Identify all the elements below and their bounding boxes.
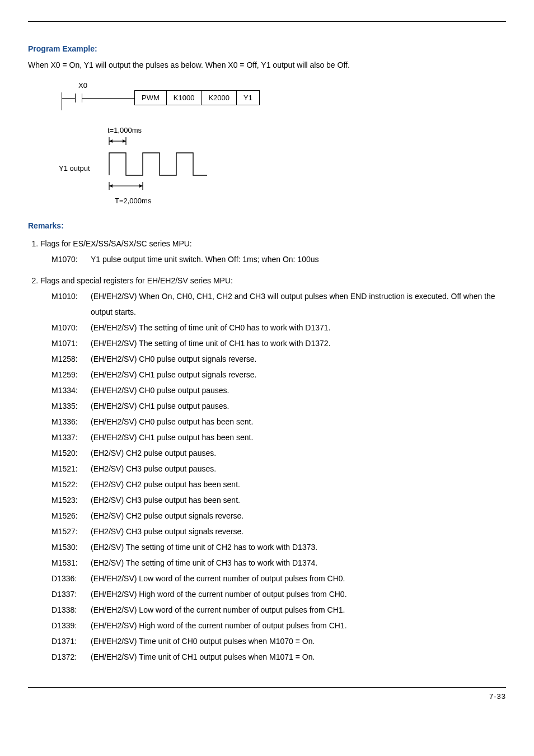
flag-text: (EH2/SV) CH2 pulse output pauses.: [91, 445, 506, 461]
flag-id: M1522:: [51, 477, 91, 492]
flag-text: (EH/EH2/SV) CH1 pulse output pauses.: [91, 398, 506, 414]
remark-item-1: Flags for ES/EX/SS/SA/SX/SC series MPU: …: [40, 236, 506, 267]
remark-item-2-intro: Flags and special registers for EH/EH2/S…: [40, 276, 233, 285]
flag-id: M1259:: [51, 367, 91, 382]
flag-text: (EH2/SV) CH3 pulse output signals revers…: [91, 524, 506, 539]
flag-row: M1531:(EH2/SV) The setting of time unit …: [51, 555, 506, 571]
flag-id: M1070:: [51, 320, 91, 335]
flag-text: (EH2/SV) CH3 pulse output has been sent.: [91, 492, 506, 508]
svg-marker-8: [109, 184, 113, 188]
flag-text: (EH/EH2/SV) Time unit of CH1 output puls…: [91, 649, 506, 665]
flag-id: M1071:: [51, 335, 91, 351]
remark-item-2: Flags and special registers for EH/EH2/S…: [40, 273, 506, 665]
flag-id: M1531:: [51, 555, 91, 571]
svg-marker-3: [109, 139, 113, 143]
flag-id: M1521:: [51, 461, 91, 477]
flag-id: D1338:: [51, 602, 91, 618]
flag-text: (EH/EH2/SV) Low word of the current numb…: [91, 602, 506, 618]
flag-id: D1336:: [51, 571, 91, 586]
flag-text: (EH2/SV) CH2 pulse output has been sent.: [91, 477, 506, 492]
flag-id: D1372:: [51, 649, 91, 665]
flag-id: D1371:: [51, 633, 91, 649]
flag-text: (EH/EH2/SV) The setting of time unit of …: [91, 335, 506, 351]
timing-diagram: t=1,000ms Y1 output T=2,000ms: [62, 126, 506, 210]
flag-text: (EH/EH2/SV) Low word of the current numb…: [91, 571, 506, 586]
flag-row: M1526:(EH2/SV) CH2 pulse output signals …: [51, 508, 506, 524]
svg-marker-9: [139, 184, 143, 188]
flag-text: Y1 pulse output time unit switch. When O…: [91, 251, 506, 267]
flag-row: M1336:(EH/EH2/SV) CH0 pulse output has b…: [51, 414, 506, 430]
flag-text: (EH2/SV) The setting of time unit of CH3…: [91, 555, 506, 571]
flag-row: M1335:(EH/EH2/SV) CH1 pulse output pause…: [51, 398, 506, 414]
flag-id: M1010:: [51, 288, 91, 320]
flag-text: (EH2/SV) The setting of time unit of CH2…: [91, 539, 506, 555]
flag-row: M1259:(EH/EH2/SV) CH1 pulse output signa…: [51, 367, 506, 382]
flag-row: M1337:(EH/EH2/SV) CH1 pulse output has b…: [51, 430, 506, 445]
intro-text: When X0 = On, Y1 will output the pulses …: [28, 59, 506, 71]
example-heading: Program Example:: [28, 44, 506, 53]
remarks-list: Flags for ES/EX/SS/SA/SX/SC series MPU: …: [28, 236, 506, 665]
page-number: 7-33: [28, 692, 506, 701]
timing-waveform: [104, 136, 249, 199]
flag-row: M1071:(EH/EH2/SV) The setting of time un…: [51, 335, 506, 351]
flag-text: (EH/EH2/SV) High word of the current num…: [91, 586, 506, 602]
flag-row: M1522:(EH2/SV) CH2 pulse output has been…: [51, 477, 506, 492]
flag-id: M1334:: [51, 382, 91, 398]
ladder-wire: [82, 98, 134, 99]
flag-row: D1371:(EH/EH2/SV) Time unit of CH0 outpu…: [51, 633, 506, 649]
contact-left: [75, 94, 76, 102]
flag-text: (EH2/SV) CH3 pulse output pauses.: [91, 461, 506, 477]
flag-row: D1337:(EH/EH2/SV) High word of the curre…: [51, 586, 506, 602]
top-rule: [28, 21, 506, 22]
flag-row: M1527:(EH2/SV) CH3 pulse output signals …: [51, 524, 506, 539]
flag-row: M1334:(EH/EH2/SV) CH0 pulse output pause…: [51, 382, 506, 398]
flag-id: M1337:: [51, 430, 91, 445]
flag-text: (EH2/SV) CH2 pulse output signals revers…: [91, 508, 506, 524]
instruction-box: PWM K1000 K2000 Y1: [134, 90, 260, 105]
flag-text: (EH/EH2/SV) Time unit of CH0 output puls…: [91, 633, 506, 649]
instr-cell: K2000: [202, 91, 237, 105]
flag-text: (EH/EH2/SV) The setting of time unit of …: [91, 320, 506, 335]
flag-row: M1070:Y1 pulse output time unit switch. …: [51, 251, 506, 267]
flag-row: D1338:(EH/EH2/SV) Low word of the curren…: [51, 602, 506, 618]
flag-id: M1526:: [51, 508, 91, 524]
flag-text: (EH/EH2/SV) CH0 pulse output has been se…: [91, 414, 506, 430]
flag-row: M1520:(EH2/SV) CH2 pulse output pauses.: [51, 445, 506, 461]
flag-row: M1070:(EH/EH2/SV) The setting of time un…: [51, 320, 506, 335]
instr-cell: K1000: [166, 91, 202, 105]
flag-text: (EH/EH2/SV) CH0 pulse output pauses.: [91, 382, 506, 398]
flag-text: (EH/EH2/SV) CH1 pulse output has been se…: [91, 430, 506, 445]
timing-label-y1: Y1 output: [59, 164, 90, 172]
instr-cell: PWM: [135, 91, 167, 105]
ladder-diagram: X0 PWM K1000 K2000 Y1: [50, 81, 506, 120]
flag-id: M1258:: [51, 351, 91, 367]
ladder-rail: [62, 92, 62, 110]
flag-text: (EH/EH2/SV) When On, CH0, CH1, CH2 and C…: [91, 288, 506, 320]
flag-id: D1337:: [51, 586, 91, 602]
ladder-wire: [62, 98, 75, 99]
flag-text: (EH/EH2/SV) CH1 pulse output signals rev…: [91, 367, 506, 382]
bottom-rule: [28, 687, 506, 688]
remark-item-1-intro: Flags for ES/EX/SS/SA/SX/SC series MPU:: [40, 239, 192, 248]
flag-text: (EH/EH2/SV) High word of the current num…: [91, 618, 506, 633]
flag-id: M1070:: [51, 251, 91, 267]
flag-id: M1520:: [51, 445, 91, 461]
flag-text: (EH/EH2/SV) CH0 pulse output signals rev…: [91, 351, 506, 367]
flag-row: M1521:(EH2/SV) CH3 pulse output pauses.: [51, 461, 506, 477]
flag-id: M1530:: [51, 539, 91, 555]
flag-id: M1335:: [51, 398, 91, 414]
flag-row: D1372:(EH/EH2/SV) Time unit of CH1 outpu…: [51, 649, 506, 665]
flag-row: D1336:(EH/EH2/SV) Low word of the curren…: [51, 571, 506, 586]
flag-id: M1336:: [51, 414, 91, 430]
flag-row: M1258:(EH/EH2/SV) CH0 pulse output signa…: [51, 351, 506, 367]
flag-row: M1530:(EH2/SV) The setting of time unit …: [51, 539, 506, 555]
remarks-heading: Remarks:: [28, 221, 506, 230]
flag-id: M1523:: [51, 492, 91, 508]
flag-id: M1527:: [51, 524, 91, 539]
flag-row: M1010:(EH/EH2/SV) When On, CH0, CH1, CH2…: [51, 288, 506, 320]
flag-id: D1339:: [51, 618, 91, 633]
flag-row: M1523:(EH2/SV) CH3 pulse output has been…: [51, 492, 506, 508]
flag-row: D1339:(EH/EH2/SV) High word of the curre…: [51, 618, 506, 633]
ladder-contact-label: X0: [78, 81, 87, 90]
instr-cell: Y1: [236, 91, 259, 105]
